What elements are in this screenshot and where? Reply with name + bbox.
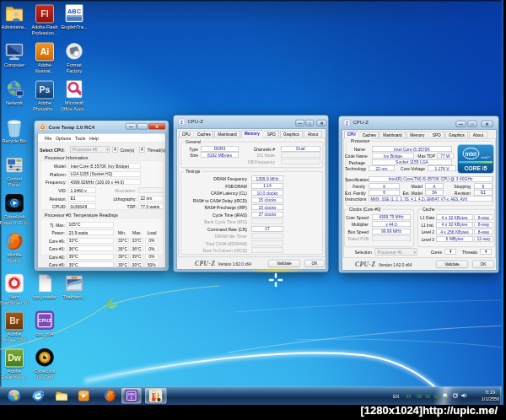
svg-text:inside™: inside™	[481, 156, 491, 159]
svg-text:ABC: ABC	[67, 8, 82, 15]
svg-text:CPU: CPU	[128, 393, 135, 396]
svg-text:CORE i5: CORE i5	[464, 165, 487, 171]
svg-text:intel: intel	[466, 151, 477, 157]
svg-text:CPUZ: CPUZ	[38, 318, 51, 323]
svg-text:mn: mn	[72, 276, 78, 280]
